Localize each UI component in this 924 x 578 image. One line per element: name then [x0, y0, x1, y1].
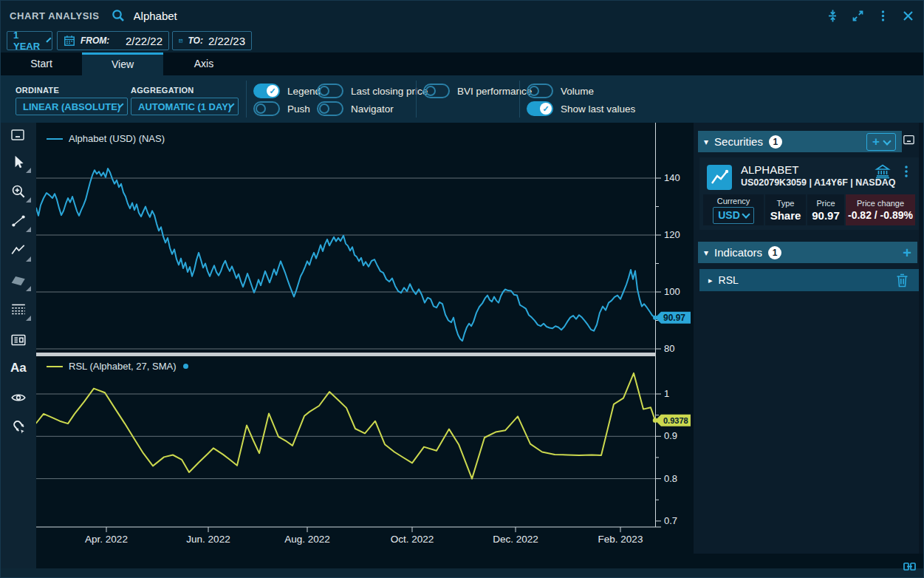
push-toggle-label: Push	[287, 103, 310, 115]
panel-scrollbar-gutter[interactable]	[919, 123, 924, 554]
rsl-legend[interactable]: RSL (Alphabet, 27, SMA)	[47, 361, 188, 372]
magnet-tool-icon[interactable]	[10, 418, 27, 434]
volume-toggle[interactable]	[527, 84, 553, 98]
price-legend-label: Alphabet (USD) (NAS)	[69, 133, 165, 144]
tab-axis[interactable]: Axis	[163, 52, 244, 75]
currency-value: USD	[718, 209, 740, 221]
more-options-icon[interactable]	[875, 7, 891, 24]
price-label: Price	[816, 199, 835, 208]
chevron-down-icon	[883, 137, 891, 145]
currency-dropdown[interactable]: USD	[713, 207, 754, 224]
ordinate-value: LINEAR (ABSOLUTE)	[23, 101, 120, 112]
search-input[interactable]	[132, 9, 268, 23]
add-indicator-icon[interactable]: +	[903, 246, 911, 259]
security-identifiers: US02079K3059 | A14Y6F | NASDAQ	[741, 177, 895, 188]
securities-count-badge: 1	[769, 135, 782, 149]
rectangle-tool-icon[interactable]	[10, 272, 27, 288]
app-title: CHART ANALYSIS	[10, 10, 100, 21]
price-cell: Price 90.97	[807, 194, 844, 225]
price-and-rsl-chart[interactable]: 1401201008010.90.80.7Apr. 2022Jun. 2022A…	[36, 123, 694, 554]
price-change-label: Price change	[857, 199, 904, 208]
tab-view[interactable]: View	[82, 52, 163, 75]
exchange-icon[interactable]	[875, 163, 891, 180]
price-change-value: -0.82 / -0.89%	[848, 209, 913, 221]
news-tool-icon[interactable]	[10, 332, 27, 348]
calendar-icon	[64, 35, 75, 47]
from-value[interactable]: 2/22/22	[126, 35, 162, 47]
fullscreen-icon[interactable]	[849, 7, 866, 24]
visibility-tool-icon[interactable]	[10, 390, 27, 406]
pointer-tool-icon[interactable]	[10, 154, 27, 170]
rsl-legend-label: RSL (Alphabet, 27, SMA)	[69, 361, 176, 372]
security-name: ALPHABET	[741, 163, 798, 176]
rsl-legend-dot	[183, 364, 188, 369]
pane-splitter[interactable]	[36, 353, 656, 356]
chart-analysis-window: CHART ANALYSIS 1 YEAR	[0, 0, 924, 578]
price-legend[interactable]: Alphabet (USD) (NAS)	[47, 133, 165, 144]
aggregation-label: AGGREGATION	[131, 86, 194, 95]
indicator-label: RSL	[719, 274, 739, 286]
range-preset-dropdown[interactable]: 1 YEAR	[7, 31, 52, 50]
zoom-tool-icon[interactable]	[10, 183, 27, 200]
to-label: TO:	[188, 35, 203, 46]
currency-label: Currency	[717, 197, 750, 205]
add-security-button[interactable]: +	[866, 133, 896, 151]
indicator-item-rsl[interactable]: ▸ RSL	[699, 269, 919, 291]
bvi-performance-toggle[interactable]	[423, 84, 450, 98]
ribbon-tabs: Start View Axis	[1, 52, 923, 75]
tab-start[interactable]: Start	[1, 52, 82, 75]
collapse-vertical-icon[interactable]	[824, 7, 841, 24]
link-windows-icon[interactable]	[901, 558, 917, 574]
security-card[interactable]: ALPHABET US02079K3059 | A14Y6F | NASDAQ …	[699, 157, 919, 230]
price-legend-swatch	[47, 138, 63, 140]
securities-header[interactable]: ▾ Securities 1 +	[698, 131, 902, 152]
plus-icon: +	[872, 135, 880, 149]
svg-text:Aug. 2022: Aug. 2022	[284, 534, 330, 545]
toolbar-divider	[519, 81, 520, 118]
to-date-field[interactable]: TO: 2/22/23	[172, 31, 252, 50]
push-toggle[interactable]	[253, 101, 280, 116]
navigator-toggle[interactable]	[317, 101, 343, 116]
collapse-panel-icon[interactable]	[900, 132, 917, 148]
collapse-sidebar-icon[interactable]	[10, 129, 27, 145]
close-icon[interactable]	[900, 7, 916, 24]
chart-canvas[interactable]: 1401201008010.90.80.7Apr. 2022Jun. 2022A…	[36, 123, 694, 568]
range-preset-value: 1 YEAR	[13, 30, 40, 52]
security-menu-icon[interactable]	[898, 163, 914, 180]
price-value: 90.97	[812, 209, 840, 222]
indicators-title: Indicators	[714, 246, 762, 259]
svg-text:Feb. 2023: Feb. 2023	[598, 534, 643, 545]
zigzag-tool-icon[interactable]	[10, 242, 27, 259]
svg-text:80: 80	[664, 343, 674, 354]
svg-text:0.8: 0.8	[664, 473, 677, 484]
legend-toggle[interactable]: ✓	[253, 84, 280, 98]
show-last-values-toggle[interactable]: ✓	[527, 101, 553, 116]
indicators-count-badge: 1	[768, 246, 781, 259]
indicators-header[interactable]: ▾ Indicators 1 +	[698, 242, 917, 263]
svg-text:Dec. 2022: Dec. 2022	[493, 534, 538, 545]
toolbar-divider	[246, 81, 247, 118]
to-value[interactable]: 2/22/23	[208, 35, 245, 47]
caret-down-icon: ▾	[704, 248, 708, 258]
search-icon[interactable]	[110, 7, 126, 24]
svg-text:0.9378: 0.9378	[663, 416, 688, 425]
ordinate-dropdown[interactable]: LINEAR (ABSOLUTE)	[16, 98, 128, 115]
securities-title: Securities	[714, 135, 763, 148]
rsl-legend-swatch	[47, 366, 63, 367]
delete-indicator-icon[interactable]	[894, 272, 910, 288]
currency-cell: Currency USD	[703, 194, 764, 225]
text-tool-icon[interactable]: Aa	[10, 360, 27, 376]
svg-text:0.7: 0.7	[664, 515, 677, 526]
svg-text:Oct. 2022: Oct. 2022	[391, 534, 434, 545]
trendline-tool-icon[interactable]	[10, 213, 27, 229]
from-date-field[interactable]: FROM: 2/22/22	[57, 31, 169, 50]
view-toolbar: ORDINATE LINEAR (ABSOLUTE) AGGREGATION A…	[1, 75, 923, 123]
check-icon: ✓	[540, 103, 552, 115]
price-change-cell: Price change -0.82 / -0.89%	[846, 194, 915, 225]
grid-lines-tool-icon[interactable]	[10, 302, 27, 318]
toolbar-divider	[416, 81, 417, 118]
svg-text:Apr. 2022: Apr. 2022	[85, 534, 128, 545]
aggregation-dropdown[interactable]: AUTOMATIC (1 DAY)	[131, 98, 239, 115]
status-bar	[1, 568, 923, 578]
last-closing-price-toggle[interactable]	[317, 84, 343, 98]
